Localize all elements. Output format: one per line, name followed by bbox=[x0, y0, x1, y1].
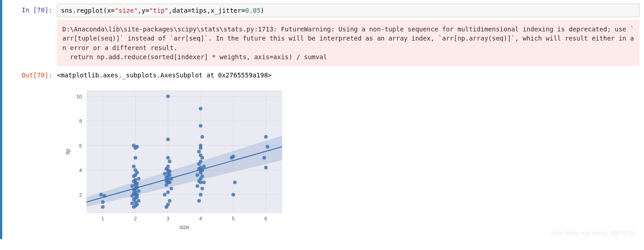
svg-point-121 bbox=[264, 135, 268, 139]
svg-point-61 bbox=[135, 145, 139, 148]
svg-text:2: 2 bbox=[134, 216, 137, 221]
svg-point-110 bbox=[199, 144, 203, 148]
svg-point-114 bbox=[232, 193, 235, 197]
svg-point-68 bbox=[169, 187, 173, 190]
regplot-chart: 123456246810sizetip bbox=[61, 83, 289, 234]
svg-text:6: 6 bbox=[264, 216, 267, 221]
svg-point-87 bbox=[166, 95, 170, 98]
svg-point-103 bbox=[202, 165, 206, 168]
svg-point-115 bbox=[233, 181, 237, 184]
svg-point-117 bbox=[232, 155, 235, 158]
code-input[interactable]: sns.regplot(x="size",y="tip",data=tips,x… bbox=[57, 4, 639, 17]
svg-point-74 bbox=[169, 177, 173, 181]
svg-point-25 bbox=[101, 205, 105, 209]
svg-point-62 bbox=[132, 144, 136, 148]
svg-point-59 bbox=[134, 156, 137, 160]
svg-point-91 bbox=[196, 184, 199, 188]
svg-point-119 bbox=[263, 156, 266, 160]
svg-point-57 bbox=[134, 168, 137, 172]
svg-text:6: 6 bbox=[79, 143, 82, 148]
svg-point-90 bbox=[200, 187, 204, 190]
svg-point-53 bbox=[137, 177, 141, 181]
svg-text:tip: tip bbox=[65, 149, 71, 155]
svg-point-111 bbox=[200, 135, 204, 139]
svg-point-83 bbox=[166, 165, 170, 168]
svg-point-26 bbox=[101, 200, 105, 204]
notebook-cell: In [70]: sns.regplot(x="size",y="tip",da… bbox=[0, 0, 644, 239]
svg-point-34 bbox=[137, 199, 141, 203]
warning-row: D:\Anaconda\lib\site-packages\scipy\stat… bbox=[7, 20, 639, 66]
svg-point-28 bbox=[99, 193, 103, 197]
svg-point-66 bbox=[163, 193, 167, 197]
svg-text:10: 10 bbox=[76, 94, 82, 99]
svg-point-102 bbox=[199, 166, 203, 169]
out-prompt: Out[70]: bbox=[7, 69, 57, 79]
svg-text:4: 4 bbox=[79, 168, 82, 173]
in-prompt: In [70]: bbox=[7, 4, 57, 14]
svg-point-52 bbox=[134, 178, 137, 182]
out-repr: <matplotlib.axes._subplots.AxesSubplot a… bbox=[57, 69, 639, 79]
svg-text:4: 4 bbox=[199, 216, 202, 221]
svg-point-43 bbox=[137, 189, 141, 193]
svg-point-96 bbox=[200, 174, 204, 178]
svg-point-108 bbox=[197, 150, 201, 153]
svg-point-113 bbox=[199, 107, 203, 111]
svg-point-120 bbox=[266, 145, 269, 148]
stderr-warning: D:\Anaconda\lib\site-packages\scipy\stat… bbox=[57, 20, 639, 66]
svg-point-67 bbox=[166, 190, 170, 194]
svg-point-32 bbox=[130, 202, 134, 205]
svg-point-89 bbox=[199, 193, 203, 197]
svg-point-88 bbox=[197, 199, 201, 203]
svg-point-86 bbox=[166, 138, 170, 141]
output-row: Out[70]: <matplotlib.axes._subplots.Axes… bbox=[7, 69, 639, 79]
svg-point-112 bbox=[199, 124, 203, 128]
svg-text:2: 2 bbox=[79, 192, 82, 198]
code-line: sns.regplot(x="size",y="tip",data=tips,x… bbox=[61, 7, 635, 14]
chart-output: 123456246810sizetip bbox=[61, 83, 639, 234]
svg-point-64 bbox=[166, 203, 170, 206]
svg-point-84 bbox=[168, 160, 172, 163]
svg-point-105 bbox=[199, 160, 203, 163]
svg-point-97 bbox=[196, 173, 199, 177]
svg-text:size: size bbox=[179, 224, 189, 230]
svg-point-27 bbox=[102, 194, 106, 198]
svg-point-118 bbox=[264, 166, 268, 169]
watermark: https://blog.csdn.net/qq_43679030 bbox=[551, 230, 635, 236]
svg-point-93 bbox=[202, 181, 206, 184]
svg-point-107 bbox=[199, 153, 203, 157]
svg-text:5: 5 bbox=[232, 216, 234, 221]
svg-text:3: 3 bbox=[167, 216, 169, 221]
svg-point-85 bbox=[166, 156, 170, 160]
svg-text:8: 8 bbox=[79, 118, 82, 124]
prompt-spacer bbox=[7, 20, 57, 23]
input-row: In [70]: sns.regplot(x="size",y="tip",da… bbox=[7, 4, 639, 17]
svg-point-78 bbox=[163, 172, 167, 176]
svg-text:1: 1 bbox=[101, 216, 104, 221]
svg-point-58 bbox=[132, 165, 136, 168]
svg-point-65 bbox=[168, 199, 172, 203]
svg-point-47 bbox=[130, 184, 134, 188]
